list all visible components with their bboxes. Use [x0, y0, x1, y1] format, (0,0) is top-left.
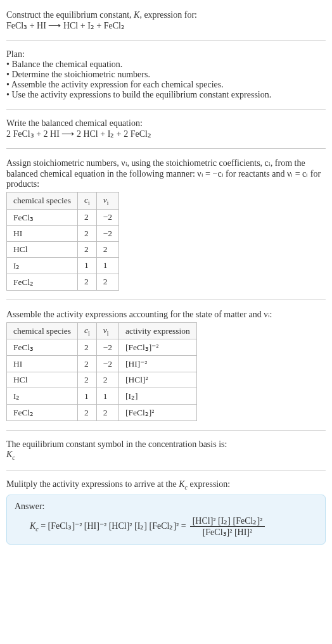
- table-row: FeCl₂22: [7, 274, 119, 290]
- cell-species: FeCl₃: [7, 339, 78, 356]
- table-row: FeCl₃2−2: [7, 209, 119, 225]
- col-c: ci: [78, 322, 97, 339]
- cell-v: 2: [96, 241, 118, 257]
- cell-c: 2: [78, 372, 97, 388]
- cell-c: 2: [78, 405, 97, 421]
- cell-c: 2: [78, 356, 97, 372]
- col-v: νi: [96, 322, 118, 339]
- divider: [6, 148, 326, 149]
- divider: [6, 40, 326, 41]
- divider: [6, 470, 326, 470]
- table-row: I₂11: [7, 257, 119, 274]
- plan-item-1: • Balance the chemical equation.: [6, 60, 326, 70]
- intro-equation: FeCl₃ + HI ⟶ HCl + I₂ + FeCl₂: [6, 20, 326, 31]
- cell-v: 1: [96, 257, 118, 274]
- answer-expression: Kc = [FeCl₃]⁻² [HI]⁻² [HCl]² [I₂] [FeCl₂…: [15, 515, 317, 538]
- cell-v: 1: [96, 388, 118, 405]
- cell-c: 2: [78, 209, 97, 225]
- table-row: HCl22: [7, 241, 119, 257]
- intro-text-prefix: Construct the equilibrium constant,: [6, 10, 134, 20]
- table-row: I₂11[I₂]: [7, 388, 197, 405]
- kc-symbol: Kc: [6, 450, 326, 461]
- assign-text: Assign stoichiometric numbers, νᵢ, using…: [6, 158, 326, 189]
- col-species: chemical species: [7, 193, 78, 210]
- cell-species: HCl: [7, 372, 78, 388]
- col-expr: activity expression: [119, 322, 197, 339]
- intro-k: K: [134, 10, 139, 20]
- col-v: νi: [96, 193, 118, 210]
- divider: [6, 300, 326, 300]
- cell-species: HI: [7, 225, 78, 241]
- cell-v: 2: [96, 274, 118, 290]
- answer-fraction: [HCl]² [I₂] [FeCl₂]² [FeCl₃]² [HI]²: [190, 515, 265, 538]
- plan-item-4: • Use the activity expressions to build …: [6, 90, 326, 100]
- table-row: FeCl₂22[FeCl₂]²: [7, 405, 197, 421]
- answer-numerator: [HCl]² [I₂] [FeCl₂]²: [190, 515, 265, 527]
- cell-v: −2: [96, 225, 118, 241]
- cell-c: 2: [78, 274, 97, 290]
- cell-species: HI: [7, 356, 78, 372]
- kc-symbol-text: The equilibrium constant symbol in the c…: [6, 439, 326, 450]
- col-c: ci: [78, 193, 97, 210]
- intro-section: Construct the equilibrium constant, K, e…: [6, 5, 326, 36]
- stoich-table: chemical species ci νi FeCl₃2−2 HI2−2 HC…: [6, 192, 119, 291]
- table-header-row: chemical species ci νi: [7, 193, 119, 210]
- answer-label: Answer:: [15, 502, 317, 512]
- cell-c: 2: [78, 241, 97, 257]
- divider: [6, 430, 326, 431]
- answer-lhs: Kc = [FeCl₃]⁻² [HI]⁻² [HCl]² [I₂] [FeCl₂…: [30, 521, 186, 533]
- cell-expr: [FeCl₃]⁻²: [119, 339, 197, 356]
- plan-item-2: • Determine the stoichiometric numbers.: [6, 70, 326, 80]
- plan-heading: Plan:: [6, 49, 326, 60]
- cell-expr: [HI]⁻²: [119, 356, 197, 372]
- cell-expr: [FeCl₂]²: [119, 405, 197, 421]
- multiply-text: Mulitply the activity expressions to arr…: [6, 479, 326, 491]
- cell-v: −2: [96, 209, 118, 225]
- cell-expr: [HCl]²: [119, 372, 197, 388]
- multiply-prefix: Mulitply the activity expressions to arr…: [6, 479, 179, 489]
- cell-species: I₂: [7, 388, 78, 405]
- activity-table: chemical species ci νi activity expressi…: [6, 322, 197, 422]
- balanced-heading: Write the balanced chemical equation:: [6, 118, 326, 129]
- multiply-suffix: expression:: [188, 479, 230, 489]
- table-header-row: chemical species ci νi activity expressi…: [7, 322, 197, 339]
- cell-c: 1: [78, 257, 97, 274]
- cell-v: 2: [96, 372, 118, 388]
- table-row: HI2−2[HI]⁻²: [7, 356, 197, 372]
- col-species: chemical species: [7, 322, 78, 339]
- plan-item-3: • Assemble the activity expression for e…: [6, 80, 326, 90]
- answer-box: Answer: Kc = [FeCl₃]⁻² [HI]⁻² [HCl]² [I₂…: [6, 495, 326, 545]
- assign-section: Assign stoichiometric numbers, νᵢ, using…: [6, 153, 326, 296]
- table-row: HI2−2: [7, 225, 119, 241]
- cell-c: 1: [78, 388, 97, 405]
- cell-species: I₂: [7, 257, 78, 274]
- answer-denominator: [FeCl₃]² [HI]²: [190, 527, 265, 538]
- cell-c: 2: [78, 339, 97, 356]
- multiply-section: Mulitply the activity expressions to arr…: [6, 474, 326, 550]
- intro-text-suffix: , expression for:: [139, 10, 197, 20]
- table-row: FeCl₃2−2[FeCl₃]⁻²: [7, 339, 197, 356]
- balanced-section: Write the balanced chemical equation: 2 …: [6, 113, 326, 144]
- cell-v: −2: [96, 339, 118, 356]
- kc-symbol-section: The equilibrium constant symbol in the c…: [6, 434, 326, 466]
- table-row: HCl22[HCl]²: [7, 372, 197, 388]
- activity-section: Assemble the activity expressions accoun…: [6, 304, 326, 427]
- activity-text: Assemble the activity expressions accoun…: [6, 309, 326, 320]
- cell-v: 2: [96, 405, 118, 421]
- multiply-kc: Kc: [179, 479, 188, 489]
- cell-species: FeCl₃: [7, 209, 78, 225]
- balanced-equation: 2 FeCl₃ + 2 HI ⟶ 2 HCl + I₂ + 2 FeCl₂: [6, 129, 326, 139]
- intro-line: Construct the equilibrium constant, K, e…: [6, 10, 326, 20]
- cell-v: −2: [96, 356, 118, 372]
- cell-species: HCl: [7, 241, 78, 257]
- cell-c: 2: [78, 225, 97, 241]
- divider: [6, 109, 326, 110]
- plan-section: Plan: • Balance the chemical equation. •…: [6, 44, 326, 105]
- cell-species: FeCl₂: [7, 405, 78, 421]
- cell-expr: [I₂]: [119, 388, 197, 405]
- cell-species: FeCl₂: [7, 274, 78, 290]
